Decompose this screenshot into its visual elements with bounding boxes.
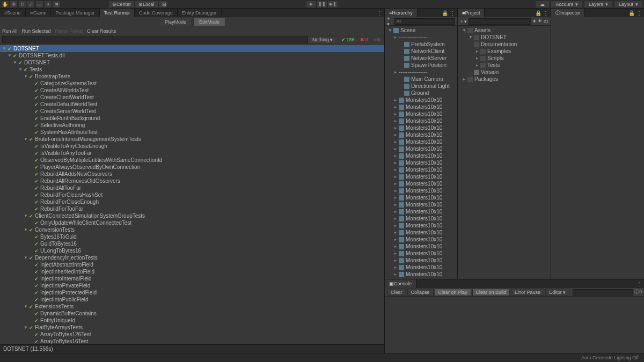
test-group-row[interactable]: ▼✔DOTSNET [0,59,384,66]
test-case-row[interactable]: ✔EnableRunInBackground [0,115,384,122]
hierarchy-item[interactable]: PrefabSystem [385,41,457,48]
hierarchy-item[interactable]: ▸Monsters10x10 [385,117,457,124]
hierarchy-item[interactable]: ▸Monsters10x10 [385,145,457,152]
scale-tool-icon[interactable]: ⤢ [27,1,35,8]
hierarchy-item[interactable]: ▸Monsters10x10 [385,271,457,278]
hierarchy-item[interactable]: ▸Monsters10x10 [385,236,457,243]
test-case-row[interactable]: ✔InjectIntoPrivateField [0,282,384,289]
test-group-row[interactable]: ▼✔DependencyInjectionTests [0,254,384,261]
hierarchy-item[interactable]: ▸---------------- [385,34,457,41]
test-case-row[interactable]: ✔ArrayToBytes126Test [0,331,384,338]
test-case-row[interactable]: ✔Bytes16ToGuid [0,233,384,240]
hierarchy-item[interactable]: ▸Monsters10x10 [385,166,457,173]
clear-results-button[interactable]: Clear Results [87,28,116,34]
test-case-row[interactable]: ✔DynamicBufferContains [0,310,384,317]
test-case-row[interactable]: ✔EntityUniqueId [0,317,384,324]
test-case-row[interactable]: ✔CreateServerWorldTest [0,108,384,115]
clear-button[interactable]: Clear [387,289,406,296]
layout-dropdown[interactable]: Layout ▾ [614,1,643,8]
test-case-row[interactable]: ✔InjectAbstractIntoField [0,261,384,268]
tab-project[interactable]: ■ Project [458,9,485,17]
hierarchy-item[interactable]: ▼Scene [385,27,457,34]
test-case-row[interactable]: ✔InjectInheritedIntoField [0,268,384,275]
hierarchy-item[interactable]: Directional Light [385,83,457,90]
project-lock-icon[interactable]: 🔒 ⋮ [533,10,551,16]
clear-on-build-button[interactable]: Clear on Build [472,289,510,296]
hierarchy-item[interactable]: NetworkClient [385,48,457,55]
test-case-row[interactable]: ✔RebuildAllTooFar [0,184,384,191]
test-case-row[interactable]: ✔RebuildAllRemovesOldObservers [0,178,384,184]
hand-tool-icon[interactable]: ✋ [1,1,9,8]
console-menu-icon[interactable]: ⋮ [634,281,644,287]
hierarchy-item[interactable]: ▸Monsters10x10 [385,173,457,180]
test-case-row[interactable]: ✔GuidToBytes16 [0,240,384,247]
hierarchy-item[interactable]: ▸Monsters10x10 [385,201,457,208]
hierarchy-content[interactable]: ▼Scene▸----------------PrefabSystemNetwo… [385,26,457,279]
hierarchy-item[interactable]: ▸Monsters10x10 [385,264,457,271]
hierarchy-item[interactable]: ▸Monsters10x10 [385,110,457,117]
hierarchy-item[interactable]: ▸Monsters10x10 [385,222,457,229]
hierarchy-item[interactable]: ▸Monsters10x10 [385,138,457,145]
hierarchy-item[interactable]: ▸Monsters10x10 [385,124,457,131]
hierarchy-item[interactable]: ▸---------------- [385,69,457,76]
tab-test-runner[interactable]: Test Runner [100,9,135,17]
test-case-row[interactable]: ✔RebuildForTooFar [0,205,384,212]
create-dropdown-icon[interactable]: + ▾ [387,18,393,25]
error-pause-button[interactable]: Error Pause [511,289,544,296]
inspector-lock-icon[interactable]: 🔒 ⋮ [626,10,644,16]
test-case-row[interactable]: ✔IsVisibleToAnyCloseEnough [0,143,384,150]
hierarchy-item[interactable]: ▸Monsters10x10 [385,208,457,215]
hierarchy-item[interactable]: ▸Monsters10x10 [385,104,457,110]
project-content[interactable]: ▼Assets ▼DOTSNET Documentation ▸Examples… [458,26,551,279]
hierarchy-item[interactable]: Ground [385,90,457,97]
test-case-row[interactable]: ✔InjectIntoPublicField [0,296,384,303]
hierarchy-item[interactable]: ▸Monsters10x10 [385,257,457,264]
project-search-input[interactable] [469,18,531,25]
tab-package-manager[interactable]: Package Manager [51,9,99,17]
collapse-button[interactable]: Collapse [407,289,434,296]
hierarchy-item[interactable]: ▸Monsters10x10 [385,97,457,104]
test-group-row[interactable]: ▼✔BootstrapTests [0,73,384,80]
rect-tool-icon[interactable]: ▭ [35,1,43,8]
test-case-row[interactable]: ✔InjectIntoProtectedField [0,289,384,296]
test-case-row[interactable]: ✔RebuildForCloseEnough [0,198,384,205]
tab-game[interactable]: ∞ Game [26,9,52,17]
info-count-badge[interactable]: ⓘ0 [634,289,642,295]
hierarchy-item[interactable]: ▸Monsters10x10 [385,187,457,194]
hierarchy-item[interactable]: NetworkServer [385,55,457,62]
tab-console[interactable]: ▣ Console [385,279,416,288]
test-case-row[interactable]: ✔SystemHasAttributeTest [0,129,384,136]
tab-code-coverage[interactable]: Code Coverage [135,9,178,17]
transform-tool-icon[interactable]: ✦ [44,1,52,8]
step-icon[interactable]: ▶❚ [327,1,338,8]
hierarchy-item[interactable]: SpawnPosition [385,62,457,69]
category-filter-dropdown[interactable]: Nothing ▾ [308,36,338,43]
test-group-row[interactable]: ▼✔DOTSNET.Tests.dll [0,52,384,59]
hierarchy-item[interactable]: ▸Monsters10x10 [385,243,457,250]
editmode-button[interactable]: EditMode [193,18,225,26]
test-case-row[interactable]: ✔IsVisibleToAnyTooFar [0,150,384,157]
test-group-row[interactable]: ▼✔FlatByteArraysTests [0,324,384,331]
test-group-row[interactable]: ▼✔ExtensionsTests [0,303,384,310]
hierarchy-item[interactable]: ▸Monsters10x10 [385,215,457,222]
custom-tool-icon[interactable]: ✖ [53,1,61,8]
tab-scene[interactable]: # Scene [0,9,26,17]
favorites-icon[interactable]: ★ [532,19,536,24]
pause-icon[interactable]: ❚❚ [317,1,327,8]
snap-button[interactable]: ⊞ [158,1,168,8]
hierarchy-item[interactable]: ▸Monsters10x10 [385,131,457,138]
hierarchy-item[interactable]: Main Camera [385,76,457,83]
play-icon[interactable]: ▶ [306,1,317,8]
test-case-row[interactable]: ✔ObservedByMultipleEntitiesWithSameConne… [0,157,384,164]
test-case-row[interactable]: ✔PlayerAlwaysObservedByOwnConnection [0,164,384,171]
hierarchy-item[interactable]: ▸Monsters10x10 [385,180,457,187]
hierarchy-search-input[interactable] [394,18,455,25]
test-case-row[interactable]: ✔InjectIntoInternalField [0,275,384,282]
hierarchy-lock-icon[interactable]: 🔒 ⋮ [440,10,457,16]
test-case-row[interactable]: ✔CreateAllWorldsTest [0,87,384,94]
tab-inspector[interactable]: ⓘ Inspector [551,9,585,17]
pass-count-badge[interactable]: ✔186 [339,36,357,43]
hidden-packages-icon[interactable]: 👁 [538,19,542,24]
playmode-button[interactable]: PlayMode [159,18,192,26]
project-create-icon[interactable]: + ▾ [460,18,467,25]
